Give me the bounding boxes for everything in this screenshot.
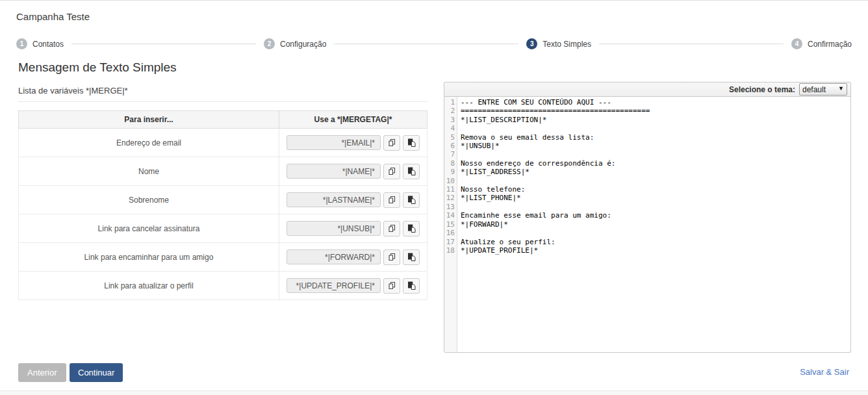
line-number: 3 [444,116,457,124]
line-text: *|LIST_DESCRIPTION|* [457,116,546,124]
merge-row-tag-cell [279,243,428,272]
paste-icon [407,252,416,262]
paste-icon [407,166,416,176]
line-number: 2 [444,107,457,115]
paste-button[interactable] [403,164,420,179]
line-text: Nosso telefone: [457,185,525,194]
copy-button[interactable] [383,278,400,294]
merge-row-label: Endereço de email [19,129,279,157]
merge-row-tag-cell [279,186,428,214]
line-number: 14 [444,211,457,220]
paste-icon [407,281,416,290]
step-4[interactable]: 4Confirmação [791,38,852,49]
merge-row-tag-cell [279,129,428,157]
line-number: 10 [444,177,457,185]
campaign-wizard-page: Campanha Teste 1Contatos2Configuração3Te… [0,0,868,395]
paste-button[interactable] [403,249,420,265]
merge-row-label: Nome [19,157,279,186]
step-3[interactable]: 3Texto Simples [526,38,591,49]
copy-icon [387,281,397,290]
merge-tag-input[interactable] [287,164,381,179]
editor-line: 12*|LIST_PHONE|* [444,194,850,202]
line-number: 8 [444,159,457,168]
editor-line: 2=======================================… [444,107,850,115]
line-text: Nosso endereço de correspondência é: [457,159,615,168]
line-text [457,177,461,185]
paste-button[interactable] [403,135,420,151]
merge-tag-input[interactable] [287,249,381,264]
page-title: Campanha Teste [16,11,90,22]
section-heading: Mensagem de Texto Simples [18,60,177,75]
merge-tag-input[interactable] [287,221,381,236]
editor-line: 16 [444,229,850,237]
line-number: 5 [444,133,457,142]
merge-row-tag-cell [279,272,428,300]
step-number-badge: 1 [16,38,27,49]
line-text: Encaminhe esse email para um amigo: [457,211,611,220]
step-connector [71,44,256,44]
save-and-exit-link[interactable]: Salvar & Sair [800,367,849,377]
merge-table-row: Endereço de email [19,129,428,157]
step-2[interactable]: 2Configuração [264,38,326,49]
editor-toolbar: Selecione o tema: default ▼ [444,82,851,97]
merge-table-row: Link para atualizar o perfil [19,272,428,300]
line-text: --- ENTRE COM SEU CONTEÚDO AQUI --- [457,98,611,107]
step-connector [334,44,518,44]
merge-tags-table: Para inserir... Use a *|MERGETAG|* Ender… [18,110,428,300]
paste-button[interactable] [403,278,420,294]
copy-icon [387,138,397,147]
merge-row-tag-cell [279,157,428,186]
code-editor[interactable]: 1--- ENTRE COM SEU CONTEÚDO AQUI ---2===… [444,97,851,353]
editor-line: 17Atualize o seu perfil: [444,238,850,246]
merge-variables-title: Lista de variáveis *|MERGE|* [18,86,428,102]
line-number: 15 [444,220,457,229]
column-header-insert: Para inserir... [19,111,279,129]
step-number-badge: 4 [791,38,802,49]
paste-icon [407,138,416,147]
stepper: 1Contatos2Configuração3Texto Simples4Con… [16,38,852,49]
editor-line: 6*|UNSUB|* [444,142,850,150]
line-number: 6 [444,142,457,150]
column-header-mergetag: Use a *|MERGETAG|* [279,111,428,129]
editor-line: 7 [444,150,850,159]
previous-button[interactable]: Anterior [18,363,66,382]
editor-line: 11Nosso telefone: [444,185,850,194]
line-text: ========================================… [457,107,650,115]
merge-tag-input[interactable] [287,135,381,150]
copy-button[interactable] [383,135,400,151]
step-1[interactable]: 1Contatos [16,38,64,49]
editor-line: 3*|LIST_DESCRIPTION|* [444,116,850,124]
merge-tag-input[interactable] [287,278,381,293]
step-number-badge: 3 [526,38,537,49]
line-number: 7 [444,150,457,159]
editor-line: 8Nosso endereço de correspondência é: [444,159,850,168]
copy-button[interactable] [383,249,400,265]
merge-row-label: Link para encaminhar para um amigo [19,243,279,272]
copy-button[interactable] [383,221,400,236]
line-text [457,150,461,159]
table-header-row: Para inserir... Use a *|MERGETAG|* [19,111,428,129]
merge-row-label: Link para cancelar assinatura [19,214,279,243]
copy-icon [387,252,397,262]
step-label: Contatos [32,40,64,49]
editor-line: 1--- ENTRE COM SEU CONTEÚDO AQUI --- [444,98,850,107]
line-number: 9 [444,168,457,176]
theme-select-wrap: default ▼ [799,83,847,96]
editor-line: 15*|FORWARD|* [444,220,850,229]
copy-button[interactable] [383,164,400,179]
step-label: Confirmação [808,40,852,49]
line-text: Remova o seu email dessa lista: [457,133,594,142]
paste-button[interactable] [403,192,420,208]
continue-button[interactable]: Continuar [70,363,123,382]
paste-icon [407,223,416,233]
copy-button[interactable] [383,192,400,208]
merge-table-row: Sobrenome [19,186,428,214]
editor-line: 10 [444,177,850,185]
line-text: *|LIST_PHONE|* [457,194,521,202]
text-editor-panel: Selecione o tema: default ▼ 1--- ENTRE C… [444,82,851,353]
theme-select[interactable]: default [799,83,847,96]
line-number: 18 [444,246,457,255]
editor-line: 9*|LIST_ADDRESS|* [444,168,850,176]
merge-tag-input[interactable] [287,192,381,207]
paste-button[interactable] [403,221,420,236]
